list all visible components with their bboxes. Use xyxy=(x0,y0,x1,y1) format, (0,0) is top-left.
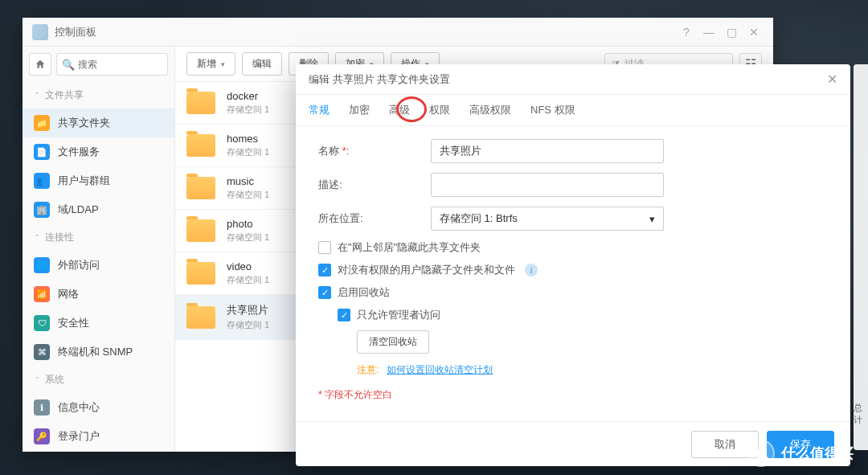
tab-permission[interactable]: 权限 xyxy=(429,95,450,125)
search-field[interactable]: 🔍 xyxy=(56,53,168,76)
section-file-share[interactable]: ⌃ 文件共享 xyxy=(23,82,174,109)
hide-sub-checkbox[interactable] xyxy=(318,264,331,276)
globe-icon: 🌐 xyxy=(34,257,50,273)
sidebar-item-network[interactable]: 📶 网络 xyxy=(23,280,174,309)
minimize-button[interactable]: — xyxy=(699,23,719,42)
home-button[interactable] xyxy=(29,53,51,76)
chevron-up-icon: ⌃ xyxy=(34,375,40,384)
chevron-up-icon: ⌃ xyxy=(34,91,40,100)
required-footnote: * 字段不允许空白 xyxy=(318,388,828,402)
app-icon xyxy=(32,24,48,40)
dialog-header: 编辑 共享照片 共享文件夹设置 ✕ xyxy=(296,64,850,95)
tab-encryption[interactable]: 加密 xyxy=(349,95,370,125)
section-connectivity[interactable]: ⌃ 连接性 xyxy=(23,224,174,251)
folder-icon xyxy=(186,177,215,199)
recycle-hint: 注意: 如何设置回收站清空计划 xyxy=(318,363,828,377)
sidebar-item-users-groups[interactable]: 👥 用户与群组 xyxy=(23,166,174,195)
dialog-tabs: 常规 加密 高级 权限 高级权限 NFS 权限 xyxy=(296,95,850,126)
sidebar-item-terminal-snmp[interactable]: ⌘ 终端机和 SNMP xyxy=(23,338,174,366)
tab-advanced[interactable]: 高级 xyxy=(389,95,410,125)
edit-button[interactable]: 编辑 xyxy=(242,52,282,76)
recycle-schedule-link[interactable]: 如何设置回收站清空计划 xyxy=(387,364,493,375)
name-input[interactable] xyxy=(431,139,664,163)
help-button[interactable]: ? xyxy=(677,23,696,42)
cancel-button[interactable]: 取消 xyxy=(691,431,759,458)
folder-icon xyxy=(186,134,215,157)
terminal-icon: ⌘ xyxy=(34,344,50,360)
window-title: 控制面板 xyxy=(55,25,674,39)
side-summary-panel: 总计 xyxy=(854,64,868,450)
location-label: 所在位置: xyxy=(318,211,431,226)
chevron-up-icon: ⌃ xyxy=(34,233,40,242)
sidebar-item-info-center[interactable]: ℹ 信息中心 xyxy=(23,393,174,422)
maximize-button[interactable]: ▢ xyxy=(722,23,741,42)
sidebar-item-domain-ldap[interactable]: 🏢 域/LDAP xyxy=(23,195,174,224)
ldap-icon: 🏢 xyxy=(34,202,50,218)
network-icon: 📶 xyxy=(34,286,50,302)
search-icon: 🔍 xyxy=(62,59,75,71)
login-icon: 🔑 xyxy=(34,428,50,444)
sidebar-item-security[interactable]: 🛡 安全性 xyxy=(23,309,174,338)
info-icon: ℹ xyxy=(34,399,50,416)
name-label: 名称 *: xyxy=(318,144,431,158)
dialog-title: 编辑 共享照片 共享文件夹设置 xyxy=(309,72,827,87)
folder-icon xyxy=(186,219,215,242)
sidebar-item-file-services[interactable]: 📄 文件服务 xyxy=(23,137,174,166)
folder-icon xyxy=(186,262,215,285)
dialog-footer: 取消 保存 xyxy=(296,421,850,466)
chevron-down-icon: ▾ xyxy=(649,213,655,225)
enable-recycle-checkbox[interactable] xyxy=(318,286,331,299)
location-select[interactable]: 存储空间 1: Btrfs ▾ xyxy=(431,207,664,231)
file-icon: 📄 xyxy=(34,144,50,160)
description-input[interactable] xyxy=(431,173,664,197)
folder-icon: 📁 xyxy=(34,115,50,131)
empty-recycle-button[interactable]: 清空回收站 xyxy=(357,330,429,354)
only-admin-checkbox[interactable] xyxy=(338,309,350,321)
close-button[interactable]: ✕ xyxy=(744,23,764,42)
hide-network-checkbox[interactable] xyxy=(318,241,331,254)
new-button[interactable]: 新增 xyxy=(186,52,235,76)
search-input[interactable] xyxy=(78,59,162,70)
description-label: 描述: xyxy=(318,178,431,192)
tab-general[interactable]: 常规 xyxy=(309,95,330,125)
edit-shared-folder-dialog: 编辑 共享照片 共享文件夹设置 ✕ 常规 加密 高级 权限 高级权限 NFS 权… xyxy=(296,64,850,466)
folder-icon xyxy=(186,92,215,114)
tab-nfs-permission[interactable]: NFS 权限 xyxy=(530,95,575,125)
dialog-close-button[interactable]: ✕ xyxy=(827,72,837,87)
side-label: 总计 xyxy=(854,402,868,426)
save-button[interactable]: 保存 xyxy=(767,431,834,458)
info-icon[interactable]: i xyxy=(525,264,538,276)
sidebar-item-login-portal[interactable]: 🔑 登录门户 xyxy=(23,422,174,451)
sidebar: 🔍 ⌃ 文件共享 📁 共享文件夹 📄 文件服务 👥 用户与群组 � xyxy=(23,47,175,452)
users-icon: 👥 xyxy=(34,173,50,189)
shield-icon: 🛡 xyxy=(34,315,50,331)
folder-icon xyxy=(186,306,215,329)
title-bar: 控制面板 ? — ▢ ✕ xyxy=(23,18,773,47)
tab-advanced-permission[interactable]: 高级权限 xyxy=(469,95,511,125)
section-system[interactable]: ⌃ 系统 xyxy=(23,366,174,393)
dialog-body: 名称 *: 描述: 所在位置: 存储空间 1: Btrfs ▾ 在"网上邻居"隐… xyxy=(296,126,850,421)
home-icon xyxy=(35,59,46,70)
sidebar-item-shared-folders[interactable]: 📁 共享文件夹 xyxy=(23,109,174,137)
sidebar-item-external-access[interactable]: 🌐 外部访问 xyxy=(23,251,174,280)
